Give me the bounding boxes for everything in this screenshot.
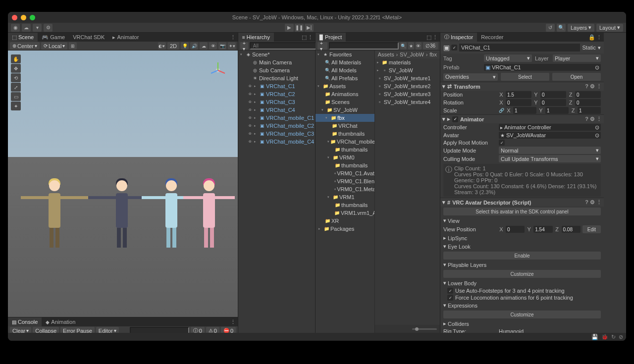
constrain-icon[interactable]: 🔗: [499, 108, 504, 113]
file-item[interactable]: ▫SV_JobW_texture2: [375, 82, 440, 90]
play-button[interactable]: ▶: [285, 24, 294, 32]
history-dropdown[interactable]: ▾: [33, 24, 42, 32]
hierarchy-item[interactable]: ◎Sub Camera: [238, 66, 315, 74]
tab-animator[interactable]: ▸Animator: [108, 33, 143, 42]
file-item[interactable]: ▫SV_JobW_texture4: [375, 98, 440, 106]
hidden-count[interactable]: ∅36: [423, 42, 438, 50]
folder-favorites[interactable]: ▾★Favorites: [316, 51, 374, 58]
scale-tool[interactable]: ⤢: [11, 83, 21, 92]
tab-game[interactable]: 🎮Game: [38, 33, 69, 42]
scene-root[interactable]: ▾◈Scene*: [238, 51, 315, 58]
hierarchy-item[interactable]: 👁▸▣VRChat_C1: [238, 82, 315, 90]
panel-menu-icon[interactable]: ⋮: [308, 34, 313, 41]
autosave-icon[interactable]: 💾: [591, 334, 598, 340]
preset-icon[interactable]: ⚙: [590, 116, 595, 122]
static-dropdown[interactable]: ▾: [598, 45, 601, 51]
lock-icon[interactable]: ⬚: [302, 34, 307, 41]
customize-playable-button[interactable]: Customize: [443, 270, 601, 278]
tab-scene[interactable]: ⬚Scene: [8, 33, 38, 42]
layout-dropdown[interactable]: Layout▾: [596, 24, 623, 32]
view-y[interactable]: 1.54: [533, 226, 552, 233]
folder-packages[interactable]: ▸📁Packages: [316, 225, 374, 233]
file-item[interactable]: ▸📁materials: [375, 58, 440, 66]
help-icon[interactable]: ?: [585, 116, 588, 122]
select-button[interactable]: Select: [501, 73, 549, 81]
hierarchy-item[interactable]: 👁▸▣VRChat_C4: [238, 106, 315, 114]
enable-eyelook-button[interactable]: Enable: [443, 252, 601, 260]
controller-field[interactable]: ▸Animator Controller⊙: [499, 124, 601, 131]
create-dropdown[interactable]: + ▾: [240, 42, 248, 50]
menu-icon[interactable]: ⋮: [596, 116, 602, 122]
overrides-dropdown[interactable]: Overrides▾: [443, 73, 498, 81]
folder-item[interactable]: 📁thumbnails: [316, 161, 374, 169]
force-loco-checkbox[interactable]: ✓: [447, 295, 453, 301]
tag-dropdown[interactable]: Untagged▾: [484, 54, 532, 62]
debug-icon[interactable]: 🐞: [601, 334, 608, 340]
avatar-field[interactable]: ★SV_JobWAvatar⊙: [499, 132, 601, 139]
undo-history-icon[interactable]: ↺: [546, 24, 555, 32]
folder-item[interactable]: 📁VRM1.vrm1_Assets: [316, 209, 374, 217]
customize-expressions-button[interactable]: Customize: [443, 311, 601, 318]
panel-menu-icon[interactable]: ⋮: [230, 34, 236, 41]
folder-item[interactable]: 📁Animations: [316, 90, 374, 98]
minimize-window[interactable]: [21, 15, 26, 20]
hierarchy-item[interactable]: 👁▸▣VRChat_mobile_C4: [238, 138, 315, 146]
draw-mode-icon[interactable]: ◐▾: [158, 42, 166, 50]
folder-item[interactable]: 📁thumbnails: [316, 130, 374, 138]
folder-item[interactable]: 📁XR: [316, 217, 374, 225]
folder-assets[interactable]: ▾📁Assets: [316, 82, 374, 90]
file-item[interactable]: ▸▫SV_JobW: [375, 66, 440, 74]
file-item[interactable]: ▫SV_JobW_texture1: [375, 74, 440, 82]
eyelook-section[interactable]: ▾Eye Look: [440, 242, 604, 251]
hierarchy-item[interactable]: 👁▸▣VRChat_C3: [238, 98, 315, 106]
lock-icon[interactable]: ⬚: [426, 34, 431, 41]
panel-menu-icon[interactable]: ⋮: [596, 34, 602, 41]
gizmos-dropdown[interactable]: ✦▾: [228, 42, 236, 50]
pos-y[interactable]: 0: [540, 91, 566, 98]
folder-item[interactable]: ▾📁VRM0: [316, 154, 374, 161]
colliders-section[interactable]: ▸Colliders: [440, 319, 604, 328]
pause-button[interactable]: ❚❚: [295, 24, 304, 32]
scale-x[interactable]: 1: [513, 107, 536, 114]
footsteps-checkbox[interactable]: ✓: [447, 288, 453, 294]
panel-menu-icon[interactable]: ⋮: [230, 319, 236, 325]
pos-x[interactable]: 1.5: [506, 91, 531, 98]
mode-2d-toggle[interactable]: 2D: [167, 42, 179, 50]
layer-dropdown[interactable]: Player▾: [553, 54, 601, 62]
scale-y[interactable]: 1: [545, 107, 569, 114]
scene-visibility-icon[interactable]: 👁: [209, 42, 217, 50]
maximize-window[interactable]: [30, 15, 35, 20]
search-icon[interactable]: 🔍: [557, 24, 566, 32]
preset-icon[interactable]: ⚙: [590, 83, 595, 90]
grid-snap-icon[interactable]: ⊞: [69, 42, 77, 50]
view-x[interactable]: 0: [506, 226, 525, 233]
select-in-sdk-button[interactable]: Select this avatar in the SDK control pa…: [443, 208, 601, 215]
scale-z[interactable]: 1: [578, 107, 601, 114]
folder-item[interactable]: 📁thumbnails: [316, 201, 374, 209]
rotate-tool[interactable]: ⟲: [11, 73, 21, 82]
help-icon[interactable]: ?: [585, 83, 588, 90]
lock-icon[interactable]: 🔒: [588, 34, 595, 41]
hierarchy-item[interactable]: 👁▸▣VRChat_mobile_C2: [238, 122, 315, 130]
create-dropdown[interactable]: + ▾: [317, 42, 327, 50]
culling-dropdown[interactable]: Cull Update Transforms▾: [499, 155, 601, 162]
close-window[interactable]: [12, 15, 17, 20]
view-z[interactable]: 0.08: [562, 226, 581, 233]
step-button[interactable]: ▶|: [305, 24, 314, 32]
pos-z[interactable]: 0: [575, 91, 601, 98]
menu-icon[interactable]: ⋮: [596, 199, 602, 206]
settings-icon[interactable]: ⚙: [44, 24, 53, 32]
autorefresh-icon[interactable]: ↻: [611, 334, 616, 340]
edit-view-button[interactable]: Edit: [582, 225, 601, 233]
hierarchy-item[interactable]: 👁▸▣VRChat_mobile_C1: [238, 114, 315, 122]
cloud-icon[interactable]: ☁: [22, 24, 31, 32]
project-files[interactable]: ▸📁materials ▸▫SV_JobW ▫SV_JobW_texture1 …: [375, 58, 440, 325]
rect-tool[interactable]: ▭: [11, 92, 21, 101]
rot-z[interactable]: 0: [575, 99, 601, 106]
transform-header[interactable]: ▾⇄Transform ?⚙⋮: [440, 82, 604, 91]
audio-icon[interactable]: 🔊: [190, 42, 198, 50]
scene-viewport[interactable]: ✋ ✥ ⟲ ⤢ ▭ ✦: [8, 51, 238, 317]
tab-animation[interactable]: ◆ Animation: [42, 317, 79, 326]
account-icon[interactable]: ◉: [11, 24, 20, 32]
tab-vrchat-sdk[interactable]: VRChat SDK: [69, 33, 108, 42]
